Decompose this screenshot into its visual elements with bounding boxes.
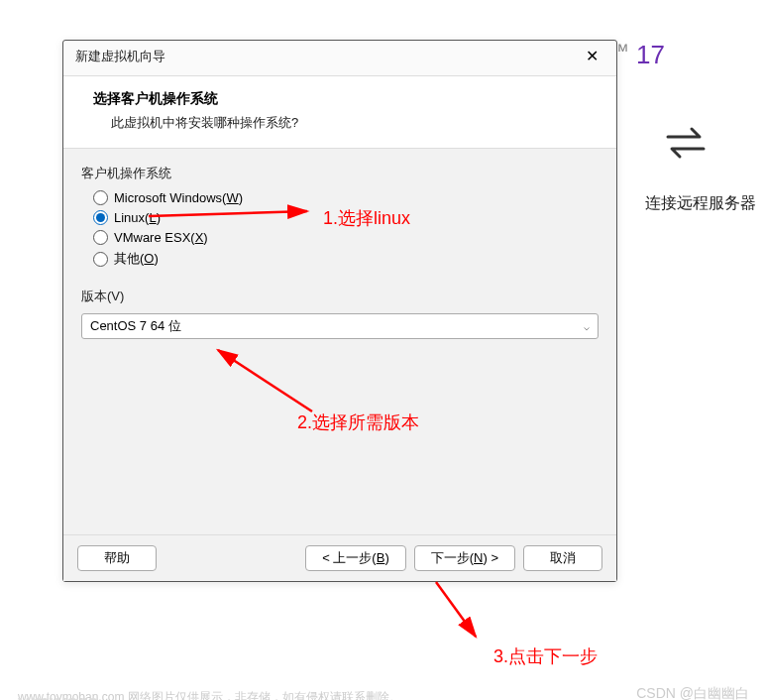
radio-linux[interactable]: Linux(L) <box>93 210 599 225</box>
radio-vmware-esx[interactable]: VMware ESX(X) <box>93 230 599 245</box>
os-radio-group: Microsoft Windows(W) Linux(L) VMware ESX… <box>81 190 599 268</box>
radio-icon <box>93 230 108 245</box>
radio-other[interactable]: 其他(O) <box>93 250 599 268</box>
button-bar: 帮助 < 上一步(B) 下一步(N) > 取消 <box>63 534 616 581</box>
title-bar: 新建虚拟机向导 ✕ <box>63 41 616 76</box>
version-section: 版本(V) CentOS 7 64 位 ⌵ <box>81 288 599 339</box>
radio-windows[interactable]: Microsoft Windows(W) <box>93 190 599 205</box>
cancel-button[interactable]: 取消 <box>523 545 602 571</box>
app-version-label: ™ 17 <box>609 40 665 70</box>
next-button[interactable]: 下一步(N) > <box>414 545 515 571</box>
radio-label: 其他(O) <box>114 250 159 268</box>
os-group-label: 客户机操作系统 <box>81 165 599 182</box>
connect-remote-label[interactable]: 连接远程服务器 <box>645 193 756 214</box>
dialog-title: 新建虚拟机向导 <box>75 48 165 65</box>
header-title: 选择客户机操作系统 <box>83 90 597 108</box>
header-subtitle: 此虚拟机中将安装哪种操作系统? <box>83 114 597 132</box>
content-area: 客户机操作系统 Microsoft Windows(W) Linux(L) VM… <box>63 149 616 534</box>
radio-icon <box>93 252 108 267</box>
help-button[interactable]: 帮助 <box>77 545 157 571</box>
version-label: 版本(V) <box>81 288 599 305</box>
transfer-icon <box>662 119 709 167</box>
version-dropdown[interactable]: CentOS 7 64 位 ⌵ <box>81 313 599 339</box>
radio-icon <box>93 190 108 205</box>
close-button[interactable]: ✕ <box>580 47 604 65</box>
header-section: 选择客户机操作系统 此虚拟机中将安装哪种操作系统? <box>63 76 616 149</box>
nav-buttons: < 上一步(B) 下一步(N) > 取消 <box>305 545 602 571</box>
back-button[interactable]: < 上一步(B) <box>305 545 406 571</box>
radio-label: Microsoft Windows(W) <box>114 190 243 205</box>
radio-label: Linux(L) <box>114 210 161 225</box>
new-vm-wizard-dialog: 新建虚拟机向导 ✕ 选择客户机操作系统 此虚拟机中将安装哪种操作系统? 客户机操… <box>62 40 617 582</box>
watermark-vmware: vmware <box>18 690 99 700</box>
radio-label: VMware ESX(X) <box>114 230 208 245</box>
watermark-csdn: CSDN @白幽幽白 <box>636 685 749 700</box>
version-selected-value: CentOS 7 64 位 <box>90 317 181 335</box>
radio-icon <box>93 210 108 225</box>
chevron-down-icon: ⌵ <box>584 321 590 332</box>
